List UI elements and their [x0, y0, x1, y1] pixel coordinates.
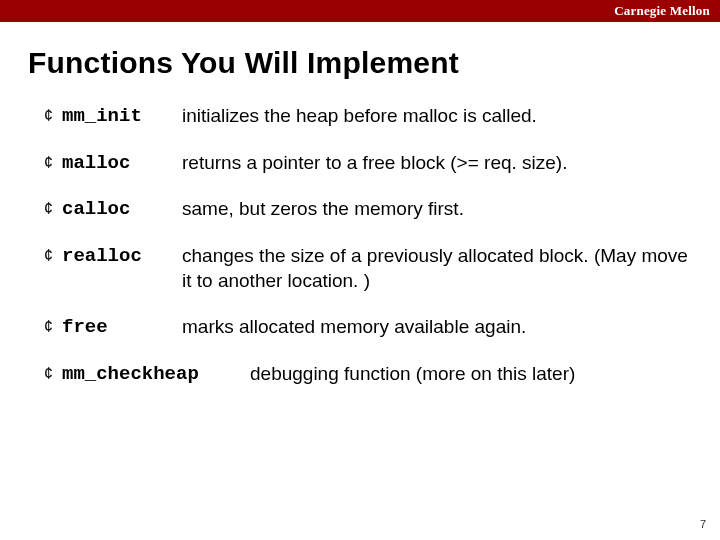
function-desc: changes the size of a previously allocat…: [182, 244, 690, 293]
list-item: ¢ malloc returns a pointer to a free blo…: [44, 151, 690, 176]
list-item: ¢ calloc same, but zeros the memory firs…: [44, 197, 690, 222]
function-desc: returns a pointer to a free block (>= re…: [182, 151, 690, 176]
bullet-icon: ¢: [44, 315, 62, 339]
function-desc: marks allocated memory available again.: [182, 315, 690, 340]
bullet-icon: ¢: [44, 197, 62, 221]
function-desc: same, but zeros the memory first.: [182, 197, 690, 222]
header-bar: Carnegie Mellon: [0, 0, 720, 22]
function-desc: initializes the heap before malloc is ca…: [182, 104, 690, 129]
bullet-icon: ¢: [44, 104, 62, 128]
slide-title: Functions You Will Implement: [28, 46, 459, 80]
bullet-icon: ¢: [44, 151, 62, 175]
function-list: ¢ mm_init initializes the heap before ma…: [44, 104, 690, 409]
function-name: mm_checkheap: [62, 362, 250, 387]
function-name: mm_init: [62, 104, 182, 129]
function-desc: debugging function (more on this later): [250, 362, 690, 387]
list-item: ¢ free marks allocated memory available …: [44, 315, 690, 340]
function-name: malloc: [62, 151, 182, 176]
bullet-icon: ¢: [44, 362, 62, 386]
bullet-icon: ¢: [44, 244, 62, 268]
list-item: ¢ realloc changes the size of a previous…: [44, 244, 690, 293]
function-name: calloc: [62, 197, 182, 222]
function-name: free: [62, 315, 182, 340]
page-number: 7: [700, 518, 706, 530]
list-item: ¢ mm_init initializes the heap before ma…: [44, 104, 690, 129]
brand-label: Carnegie Mellon: [614, 3, 710, 18]
function-name: realloc: [62, 244, 182, 269]
list-item: ¢ mm_checkheap debugging function (more …: [44, 362, 690, 387]
